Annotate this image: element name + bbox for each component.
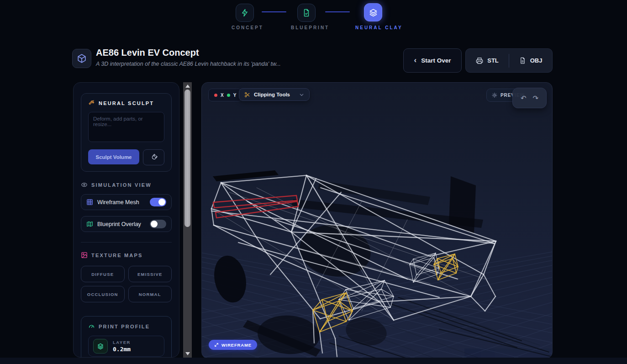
export-stl-button[interactable]: STL [466, 49, 509, 72]
wireframe-mesh-label: Wireframe Mesh [97, 199, 146, 206]
eye-icon [81, 181, 88, 188]
sculpt-volume-button[interactable]: Sculpt Volume [88, 149, 139, 164]
step-connector [325, 11, 350, 12]
wireframe-mesh-toggle-row[interactable]: Wireframe Mesh [81, 194, 172, 210]
grid-icon [86, 199, 93, 206]
wireframe-scene [202, 83, 552, 358]
texture-diffuse-button[interactable]: DIFFUSE [81, 266, 125, 282]
file-check-icon [297, 4, 316, 22]
y-axis-dot [227, 94, 230, 97]
print-profile-card: PRINT PROFILE LAYER 0.2mm [81, 316, 172, 358]
simulation-view-heading: SIMULATION VIEW [91, 182, 152, 188]
layers-icon [364, 3, 382, 21]
chevron-left-icon: ‹ [414, 56, 417, 65]
page-bottom-strip [0, 358, 627, 364]
page-subtitle: A 3D interpretation of the classic AE86 … [96, 61, 281, 67]
scissors-icon [244, 92, 250, 98]
blueprint-map-icon [86, 221, 93, 227]
lightning-icon [236, 4, 254, 22]
blueprint-overlay-toggle-row[interactable]: Blueprint Overlay [81, 216, 172, 232]
export-group: STL OBJ [465, 48, 553, 73]
magnet-button[interactable] [143, 149, 164, 165]
layer-height-item[interactable]: LAYER 0.2mm [88, 336, 164, 357]
sidebar-scrollbar[interactable] [183, 82, 192, 358]
texture-maps-heading: TEXTURE MAPS [91, 253, 143, 258]
print-profile-heading: PRINT PROFILE [99, 324, 150, 329]
texture-normal-button[interactable]: NORMAL [128, 286, 172, 302]
step-blueprint[interactable] [297, 4, 316, 22]
step-neural-clay[interactable] [364, 3, 382, 21]
file-icon [519, 57, 526, 64]
axis-indicator-pill[interactable]: X Y [208, 89, 242, 101]
printer-icon [476, 57, 483, 64]
divider [81, 242, 172, 243]
scroll-down-button[interactable] [183, 350, 192, 358]
start-over-button[interactable]: ‹ Start Over [403, 48, 462, 73]
export-obj-button[interactable]: OBJ [509, 49, 552, 72]
undo-icon[interactable]: ↶ [521, 95, 527, 101]
step-connector [262, 11, 286, 12]
step-blueprint-label: BLUEPRINT [291, 25, 329, 30]
step-concept-label: CONCEPT [232, 25, 263, 30]
layer-label: LAYER [113, 340, 131, 345]
wireframe-badge-label: WIREFRAME [221, 343, 252, 348]
sculpt-prompt-input[interactable] [88, 112, 164, 142]
obj-label: OBJ [530, 57, 543, 64]
hammer-icon [88, 100, 95, 106]
page-title: AE86 Levin EV Concept [96, 47, 199, 58]
blueprint-overlay-switch[interactable] [150, 220, 166, 228]
scroll-up-button[interactable] [183, 82, 192, 90]
app-window: CONCEPT BLUEPRINT NEURAL CLAY AE86 Levin… [0, 0, 627, 364]
x-axis-dot [214, 94, 217, 97]
viewport-3d[interactable]: X Y Clipping Tools PREVIEW ↶ ↷ WIREFRAME [201, 82, 553, 359]
layer-stack-icon [97, 343, 104, 350]
x-axis-label: X [221, 93, 224, 98]
magnet-icon [148, 152, 159, 163]
blueprint-overlay-label: Blueprint Overlay [97, 221, 146, 227]
gauge-icon [88, 323, 95, 330]
layer-value: 0.2mm [113, 346, 131, 353]
wireframe-mesh-switch[interactable] [150, 198, 166, 206]
texture-occlusion-button[interactable]: OCCLUSION [81, 286, 125, 302]
neural-sculpt-heading: NEURAL SCULPT [99, 100, 154, 106]
undo-redo-panel: ↶ ↷ [512, 88, 547, 108]
expand-icon [214, 343, 219, 347]
sun-icon [492, 92, 497, 98]
clipping-tools-label: Clipping Tools [254, 92, 295, 97]
sidebar: NEURAL SCULPT Sculpt Volume SIMULATION V… [73, 82, 179, 358]
start-over-label: Start Over [421, 57, 451, 64]
step-concept[interactable] [236, 4, 254, 22]
scrollbar-thumb[interactable] [184, 90, 190, 227]
wireframe-mode-badge[interactable]: WIREFRAME [209, 340, 257, 350]
redo-icon[interactable]: ↷ [533, 95, 539, 101]
chevron-down-icon [299, 92, 304, 97]
image-icon [81, 252, 88, 258]
stl-label: STL [487, 57, 499, 64]
texture-emissive-button[interactable]: EMISSIVE [128, 266, 172, 282]
clipping-tools-dropdown[interactable]: Clipping Tools [239, 88, 310, 101]
y-axis-label: Y [233, 93, 237, 98]
project-cube-icon [72, 49, 91, 68]
neural-sculpt-card: NEURAL SCULPT Sculpt Volume [81, 93, 172, 172]
step-neural-clay-label: NEURAL CLAY [355, 25, 403, 30]
